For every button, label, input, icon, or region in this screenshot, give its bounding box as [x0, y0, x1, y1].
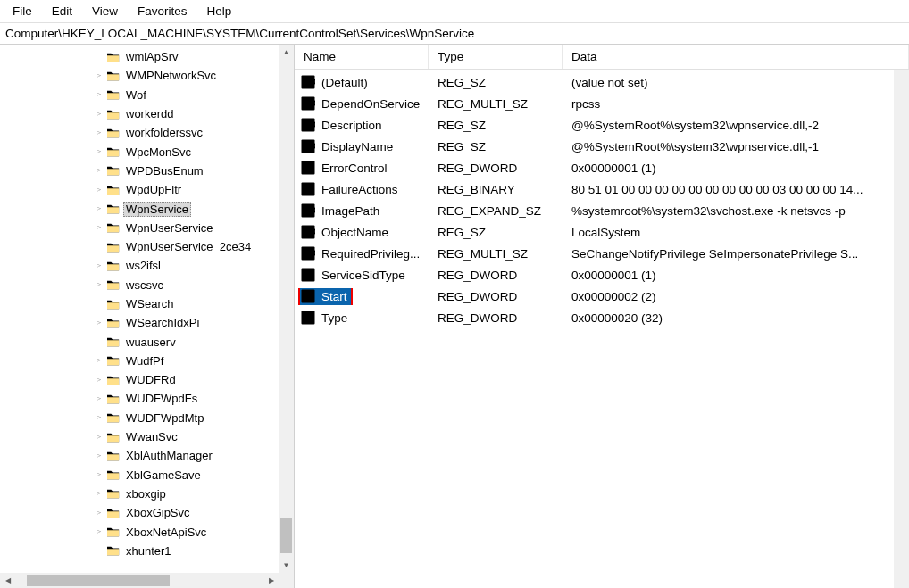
scroll-thumb[interactable]: [280, 518, 292, 553]
tree-item-wpnservice[interactable]: ＞WpnService: [0, 199, 294, 218]
folder-icon: [106, 88, 121, 101]
expand-chevron-icon[interactable]: ＞: [93, 90, 105, 99]
expand-chevron-icon[interactable]: ＞: [93, 261, 105, 270]
folder-icon: [106, 203, 121, 215]
scroll-up-icon[interactable]: ▲: [279, 45, 294, 60]
tree-item-workfolderssvc[interactable]: ＞workfolderssvc: [0, 123, 294, 142]
tree-item-wsearch[interactable]: WSearch: [0, 294, 294, 313]
expand-chevron-icon[interactable]: ＞: [93, 433, 105, 442]
tree-item-wudfrd[interactable]: ＞WUDFRd: [0, 370, 294, 389]
tree-item-wmpnetworksvc[interactable]: ＞WMPNetworkSvc: [0, 66, 294, 85]
binary-value-icon: [301, 311, 315, 325]
tree-item-wpnuserservice[interactable]: ＞WpnUserService: [0, 219, 294, 237]
binary-value-icon: [301, 161, 315, 175]
tree-item-workerdd[interactable]: ＞workerdd: [0, 104, 294, 123]
value-name: Type: [319, 311, 350, 326]
value-row[interactable]: ImagePathREG_EXPAND_SZ%systemroot%\syste…: [295, 200, 909, 221]
tree-horizontal-scrollbar[interactable]: ◀ ▶: [0, 573, 279, 588]
expand-chevron-icon[interactable]: ＞: [93, 204, 105, 213]
binary-value-icon: [301, 182, 315, 196]
expand-chevron-icon[interactable]: ＞: [93, 166, 105, 175]
column-header-name[interactable]: Name: [295, 45, 429, 69]
registry-tree[interactable]: wmiApSrv＞WMPNetworkSvc＞Wof＞workerdd＞work…: [0, 45, 294, 558]
expand-chevron-icon[interactable]: ＞: [93, 71, 105, 80]
value-list[interactable]: (Default)REG_SZ(value not set)DependOnSe…: [295, 70, 909, 328]
expand-chevron-icon[interactable]: ＞: [93, 223, 105, 232]
tree-item-xboxnetapisvc[interactable]: ＞XboxNetApiSvc: [0, 522, 294, 541]
tree-item-wpdupfltr[interactable]: ＞WpdUpFltr: [0, 180, 294, 199]
tree-item-label: XboxNetApiSvc: [123, 525, 209, 540]
expand-chevron-icon[interactable]: ＞: [93, 147, 105, 156]
expand-chevron-icon[interactable]: ＞: [93, 451, 105, 460]
expand-chevron-icon[interactable]: ＞: [93, 413, 105, 422]
scroll-thumb[interactable]: [27, 575, 170, 586]
expand-chevron-icon[interactable]: ＞: [93, 527, 105, 536]
folder-icon: [106, 317, 121, 329]
address-bar[interactable]: Computer\HKEY_LOCAL_MACHINE\SYSTEM\Curre…: [0, 23, 909, 45]
value-row[interactable]: FailureActionsREG_BINARY80 51 01 00 00 0…: [295, 178, 909, 200]
tree-item-ws2ifsl[interactable]: ＞ws2ifsl: [0, 256, 294, 275]
expand-chevron-icon[interactable]: ＞: [93, 394, 105, 403]
value-row[interactable]: ServiceSidTypeREG_DWORD0x00000001 (1): [295, 264, 909, 286]
tree-item-label: WSearchIdxPi: [123, 315, 202, 330]
tree-item-wof[interactable]: ＞Wof: [0, 86, 294, 104]
list-vertical-scrollbar[interactable]: [894, 70, 909, 588]
scroll-down-icon[interactable]: ▼: [279, 558, 294, 573]
tree-item-xblgamesave[interactable]: ＞XblGameSave: [0, 466, 294, 484]
value-row[interactable]: DescriptionREG_SZ@%SystemRoot%\system32\…: [295, 114, 909, 136]
column-header-data[interactable]: Data: [563, 45, 909, 69]
value-row[interactable]: StartREG_DWORD0x00000002 (2): [295, 286, 909, 307]
tree-item-wwansvc[interactable]: ＞WwanSvc: [0, 427, 294, 446]
string-value-icon: [301, 246, 315, 261]
expand-chevron-icon[interactable]: ＞: [93, 489, 105, 498]
tree-item-label: wscsvc: [123, 277, 166, 293]
expand-chevron-icon[interactable]: ＞: [93, 319, 105, 327]
tree-item-label: Wof: [123, 87, 149, 103]
menu-file[interactable]: File: [4, 2, 41, 21]
tree-item-wudfwpdfs[interactable]: ＞WUDFWpdFs: [0, 389, 294, 408]
folder-icon: [106, 544, 121, 557]
tree-item-wudfpf[interactable]: ＞WudfPf: [0, 352, 294, 370]
tree-item-wsearchidxpi[interactable]: ＞WSearchIdxPi: [0, 313, 294, 332]
folder-icon: [106, 70, 121, 82]
expand-chevron-icon[interactable]: ＞: [93, 356, 105, 365]
value-row[interactable]: ErrorControlREG_DWORD0x00000001 (1): [295, 157, 909, 178]
tree-item-wpdbusenum[interactable]: ＞WPDBusEnum: [0, 161, 294, 180]
expand-chevron-icon[interactable]: ＞: [93, 376, 105, 385]
expand-chevron-icon[interactable]: ＞: [93, 509, 105, 518]
tree-item-wuauserv[interactable]: wuauserv: [0, 332, 294, 351]
menu-edit[interactable]: Edit: [43, 2, 81, 21]
value-data: 0x00000001 (1): [563, 269, 909, 282]
value-row[interactable]: DisplayNameREG_SZ@%SystemRoot%\system32\…: [295, 136, 909, 157]
scroll-left-icon[interactable]: ◀: [0, 573, 15, 588]
folder-icon: [106, 221, 121, 234]
value-row[interactable]: RequiredPrivileg...REG_MULTI_SZSeChangeN…: [295, 243, 909, 264]
expand-chevron-icon[interactable]: ＞: [93, 186, 105, 195]
expand-chevron-icon[interactable]: ＞: [93, 128, 105, 137]
value-type: REG_DWORD: [429, 161, 563, 175]
value-row[interactable]: DependOnServiceREG_MULTI_SZrpcss: [295, 93, 909, 114]
tree-item-wscsvc[interactable]: ＞wscsvc: [0, 276, 294, 294]
tree-item-xblauthmanager[interactable]: ＞XblAuthManager: [0, 446, 294, 465]
tree-item-xboxgipsvc[interactable]: ＞XboxGipSvc: [0, 503, 294, 522]
expand-chevron-icon[interactable]: ＞: [93, 470, 105, 479]
value-row[interactable]: (Default)REG_SZ(value not set): [295, 71, 909, 93]
tree-item-wpcmonsvc[interactable]: ＞WpcMonSvc: [0, 142, 294, 161]
expand-chevron-icon[interactable]: ＞: [93, 110, 105, 119]
value-data: rpcss: [563, 97, 909, 111]
tree-item-xboxgip[interactable]: ＞xboxgip: [0, 484, 294, 503]
tree-vertical-scrollbar[interactable]: ▲ ▼: [279, 45, 294, 573]
value-row[interactable]: ObjectNameREG_SZLocalSystem: [295, 221, 909, 243]
expand-chevron-icon[interactable]: ＞: [93, 280, 105, 289]
menu-view[interactable]: View: [83, 2, 127, 21]
tree-item-label: WpnService: [123, 202, 191, 217]
menu-favorites[interactable]: Favorites: [129, 2, 196, 21]
tree-item-wmiapsrv[interactable]: wmiApSrv: [0, 47, 294, 66]
tree-item-wpnuserservice_2ce34[interactable]: WpnUserService_2ce34: [0, 237, 294, 256]
column-header-type[interactable]: Type: [429, 45, 563, 69]
value-row[interactable]: TypeREG_DWORD0x00000020 (32): [295, 307, 909, 328]
tree-item-wudfwpdmtp[interactable]: ＞WUDFWpdMtp: [0, 409, 294, 427]
menu-help[interactable]: Help: [198, 2, 241, 21]
scroll-right-icon[interactable]: ▶: [263, 573, 279, 588]
tree-item-xhunter1[interactable]: xhunter1: [0, 542, 294, 558]
